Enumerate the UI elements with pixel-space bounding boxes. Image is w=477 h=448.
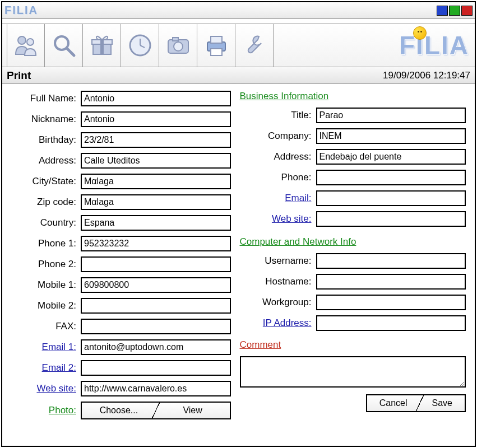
biz-website-input[interactable] xyxy=(316,211,466,227)
business-info-heading: Business Information xyxy=(238,91,466,102)
workgroup-input[interactable] xyxy=(316,295,466,310)
mobile1-input[interactable] xyxy=(81,277,231,293)
nickname-label: Nickname: xyxy=(2,114,81,125)
statusbar: Print 19/09/2006 12:19:47 xyxy=(2,67,475,84)
biz-phone-input[interactable] xyxy=(316,170,466,185)
biz-address-input[interactable] xyxy=(316,149,466,165)
svg-rect-15 xyxy=(211,49,222,55)
smiley-icon xyxy=(413,26,427,40)
biz-title-input[interactable] xyxy=(316,108,466,123)
username-label: Username: xyxy=(238,255,316,267)
cancel-button[interactable]: Cancel xyxy=(367,395,420,411)
choose-button[interactable]: Choose... xyxy=(82,403,156,418)
titlebar: FILIA xyxy=(2,2,475,19)
phone2-label: Phone 2: xyxy=(2,259,81,270)
email2-input[interactable] xyxy=(81,360,231,376)
ipaddress-input[interactable] xyxy=(316,315,466,331)
mobile1-label: Mobile 1: xyxy=(2,279,81,291)
svg-rect-6 xyxy=(100,40,104,54)
citystate-label: City/State: xyxy=(2,176,81,187)
brand-logo: FILIA xyxy=(399,30,469,60)
fax-label: FAX: xyxy=(2,321,81,332)
contacts-icon[interactable] xyxy=(7,24,45,67)
toolbar: FILIA xyxy=(2,24,475,67)
comment-heading: Comment xyxy=(238,339,466,351)
zip-input[interactable] xyxy=(81,194,231,210)
birthday-label: Birthday: xyxy=(2,134,81,146)
country-input[interactable] xyxy=(81,215,231,231)
phone1-input[interactable] xyxy=(81,236,231,251)
biz-phone-label: Phone: xyxy=(238,172,316,183)
toolbar-brand-area: FILIA xyxy=(274,24,475,67)
fullname-input[interactable] xyxy=(81,91,231,106)
svg-line-3 xyxy=(67,48,74,55)
nickname-input[interactable] xyxy=(81,111,231,127)
mobile2-input[interactable] xyxy=(81,298,231,314)
email2-label[interactable]: Email 2: xyxy=(2,362,81,374)
country-label: Country: xyxy=(2,217,81,228)
svg-rect-12 xyxy=(173,38,178,41)
hostname-input[interactable] xyxy=(316,274,466,290)
network-info-heading: Computer and Network Info xyxy=(238,236,466,248)
minimize-button[interactable] xyxy=(437,6,448,16)
camera-icon[interactable] xyxy=(159,24,197,67)
left-column: Full Name: Nickname: Birthday: Address: … xyxy=(2,91,234,442)
ipaddress-label[interactable]: IP Address: xyxy=(238,318,316,329)
company-input[interactable] xyxy=(316,128,466,144)
zip-label: Zip code: xyxy=(2,197,81,208)
biz-website-label[interactable]: Web site: xyxy=(238,213,316,225)
section-title: Print xyxy=(7,69,31,82)
phone1-label: Phone 1: xyxy=(2,238,81,249)
phone2-input[interactable] xyxy=(81,256,231,272)
titlebar-logo: FILIA xyxy=(4,4,38,17)
email1-label[interactable]: Email 1: xyxy=(2,342,81,353)
address-input[interactable] xyxy=(81,153,231,169)
maximize-button[interactable] xyxy=(449,6,460,16)
workgroup-label: Workgroup: xyxy=(238,297,316,308)
view-button[interactable]: View xyxy=(156,403,230,418)
printer-icon[interactable] xyxy=(197,24,235,67)
save-button[interactable]: Save xyxy=(420,395,465,411)
status-datetime: 19/09/2006 12:19:47 xyxy=(383,70,470,81)
birthday-input[interactable] xyxy=(81,132,231,148)
wrench-icon[interactable] xyxy=(235,24,274,67)
photo-label[interactable]: Photo: xyxy=(2,405,81,416)
mobile2-label: Mobile 2: xyxy=(2,300,81,311)
address-label: Address: xyxy=(2,155,81,166)
right-column: Business Information Title: Company: Add… xyxy=(234,91,466,442)
website-input[interactable] xyxy=(81,381,231,396)
biz-email-input[interactable] xyxy=(316,190,466,206)
citystate-input[interactable] xyxy=(81,174,231,189)
company-label: Company: xyxy=(238,130,316,142)
clock-icon[interactable] xyxy=(121,24,159,67)
form-content: Full Name: Nickname: Birthday: Address: … xyxy=(2,84,475,446)
biz-address-label: Address: xyxy=(238,151,316,162)
svg-point-0 xyxy=(18,36,26,44)
fax-input[interactable] xyxy=(81,319,231,334)
biz-email-label[interactable]: Email: xyxy=(238,193,316,204)
app-window: FILIA FILIA Print xyxy=(1,1,476,447)
svg-point-11 xyxy=(174,42,183,51)
gift-icon[interactable] xyxy=(83,24,121,67)
hostname-label: Hostname: xyxy=(238,276,316,287)
search-icon[interactable] xyxy=(45,24,83,67)
fullname-label: Full Name: xyxy=(2,93,81,104)
biz-title-label: Title: xyxy=(238,110,316,121)
comment-input[interactable] xyxy=(240,356,466,388)
email1-input[interactable] xyxy=(81,339,231,355)
svg-rect-14 xyxy=(211,36,222,43)
close-button[interactable] xyxy=(461,6,473,16)
website-label[interactable]: Web site: xyxy=(2,383,81,394)
svg-point-1 xyxy=(27,39,34,45)
username-input[interactable] xyxy=(316,253,466,269)
